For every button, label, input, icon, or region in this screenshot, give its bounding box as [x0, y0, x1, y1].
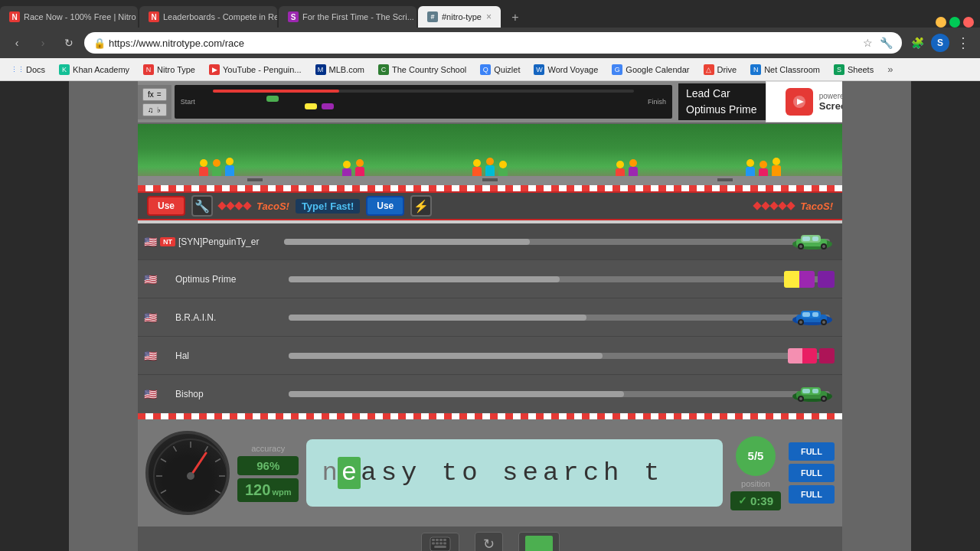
bookmark-quizlet[interactable]: Q Quizlet [474, 63, 526, 77]
svg-line-32 [161, 459, 166, 462]
tab-label-3: For the First Time - The Scri... [302, 12, 414, 21]
maximize-button[interactable] [949, 17, 960, 28]
wpm-display: 120wpm [237, 478, 299, 502]
country-icon: C [378, 64, 389, 75]
game-container: powered by Screencastify fx= ♫ ♭ Start F… [69, 81, 911, 551]
bookmark-gcal-label: Google Calendar [626, 65, 689, 74]
powerup-bar: Use 🔧 TacoS! Type! Fast! Use ⚡ TacoS! [138, 191, 842, 220]
fx-button[interactable]: fx= [142, 88, 167, 101]
bookmark-khan[interactable]: K Khan Academy [53, 63, 136, 77]
lanes-container: 🇺🇸 NT [SYN]PenguinTy_er [138, 220, 842, 413]
svg-point-8 [799, 245, 802, 248]
accuracy-label: accuracy [237, 444, 299, 453]
forward-button[interactable]: › [32, 32, 54, 54]
bottom-controls: ↻ [138, 527, 842, 551]
bookmark-sheets[interactable]: S Sheets [828, 63, 880, 77]
use-button-2[interactable]: Use [366, 196, 404, 216]
timer-value: 0:39 [750, 494, 773, 507]
tab-nitro-type[interactable]: # #nitro-type × [418, 6, 501, 28]
screencastify-logo [786, 88, 813, 116]
svg-rect-5 [802, 236, 810, 241]
bookmark-nitro-label: Nitro Type [157, 65, 195, 74]
bookmarks-more[interactable]: » [881, 62, 899, 77]
bishop-flag: 🇺🇸 [144, 388, 157, 400]
tab-bar: N Race Now - 100% Free | Nitro Ty... × N… [0, 0, 980, 28]
svg-point-17 [799, 321, 802, 324]
nitro-dashes-1 [219, 203, 250, 209]
extensions-button[interactable]: 🧩 [906, 32, 928, 54]
full-button-3[interactable]: FULL [789, 485, 835, 504]
optimus-progress-track [289, 276, 830, 282]
drive-icon: △ [704, 64, 714, 75]
speedometer [145, 431, 230, 515]
tacos-label-1: TacoS! [256, 201, 289, 212]
use-button-1[interactable]: Use [147, 196, 185, 216]
bishop-car [790, 383, 835, 406]
tab-script[interactable]: S For the First Time - The Scri... × [279, 6, 416, 28]
checkered-border-bottom [138, 413, 842, 419]
bookmark-drive-label: Drive [717, 65, 737, 74]
checkered-border-top [138, 185, 842, 191]
bookmark-gcal[interactable]: G Google Calendar [606, 63, 695, 77]
tab-close-4[interactable]: × [486, 11, 492, 22]
svg-rect-24 [812, 389, 818, 393]
refresh-control-button[interactable]: ↻ [475, 532, 503, 551]
svg-line-33 [174, 446, 177, 452]
back-button[interactable]: ‹ [6, 32, 28, 54]
extensions-icon[interactable]: 🔧 [879, 36, 893, 50]
apps-icon: ⋮⋮ [12, 64, 23, 75]
svg-rect-43 [436, 539, 439, 541]
khan-icon: K [59, 64, 70, 75]
address-bar[interactable]: 🔒 https://www.nitrotype.com/race ☆ 🔧 [84, 32, 902, 54]
music-button[interactable]: ♫ ♭ [142, 103, 167, 116]
nitrotype-icon: N [143, 64, 154, 75]
svg-rect-6 [812, 236, 818, 241]
mlb-icon: M [315, 64, 326, 75]
bookmark-netclassroom[interactable]: N Net Classroom [744, 63, 826, 77]
bookmark-quizlet-label: Quizlet [494, 65, 520, 74]
star-icon[interactable]: ☆ [861, 36, 874, 50]
bookmark-drive[interactable]: △ Drive [697, 63, 743, 77]
sheets-icon: S [834, 64, 844, 75]
bookmark-country[interactable]: C The Country School [372, 63, 472, 77]
svg-rect-45 [443, 539, 446, 541]
menu-button[interactable]: ⋮ [952, 32, 974, 54]
spectator-area [138, 124, 842, 185]
hal-name: Hal [175, 350, 283, 361]
race-track-preview: Start Finish [175, 85, 672, 119]
right-stats-panel: 5/5 position ✓ 0:39 [730, 436, 781, 510]
stats-panel: accuracy 96% 120wpm [237, 444, 299, 502]
position-label: position [741, 479, 770, 488]
green-control-button[interactable] [518, 532, 560, 551]
reload-button[interactable]: ↻ [58, 32, 80, 54]
lane-bishop: 🇺🇸 Bishop [138, 375, 842, 413]
svg-point-28 [822, 397, 825, 400]
bookmark-yt-label: YouTube - Penguin... [223, 65, 302, 74]
bookmark-nitrotype[interactable]: N Nitro Type [137, 63, 201, 77]
player-flag: 🇺🇸 [144, 236, 157, 248]
bookmark-youtube[interactable]: ▶ YouTube - Penguin... [203, 63, 308, 77]
new-tab-button[interactable]: + [505, 8, 525, 28]
tab-leaderboards[interactable]: N Leaderboards - Compete in Rea... × [139, 6, 277, 28]
minimize-button[interactable] [936, 17, 946, 28]
full-button-2[interactable]: FULL [789, 464, 835, 482]
bookmark-apps[interactable]: ⋮⋮ Docs [6, 63, 51, 77]
fx-icon: fx [148, 90, 154, 99]
keyboard-control-button[interactable] [421, 533, 459, 551]
bishop-name: Bishop [175, 389, 283, 399]
svg-point-10 [822, 245, 825, 248]
fx-controls: fx= ♫ ♭ [138, 85, 172, 119]
svg-point-26 [799, 397, 802, 400]
svg-line-35 [205, 446, 208, 452]
bookmark-wordvoyage[interactable]: W Word Voyage [528, 63, 604, 77]
lane-hal: 🇺🇸 Hal [138, 337, 842, 375]
tab-race-now[interactable]: N Race Now - 100% Free | Nitro Ty... × [0, 6, 138, 28]
powerup-icon-2: ⚡ [410, 195, 432, 217]
bookmark-mlb[interactable]: M MLB.com [309, 63, 371, 77]
profile-icon[interactable]: S [931, 34, 949, 52]
youtube-icon: ▶ [209, 64, 220, 75]
lane-player: 🇺🇸 NT [SYN]PenguinTy_er [138, 222, 842, 260]
full-button-1[interactable]: FULL [789, 442, 835, 461]
typing-input-area[interactable]: n e asy to search t [306, 439, 723, 507]
close-window-button[interactable] [963, 17, 974, 28]
